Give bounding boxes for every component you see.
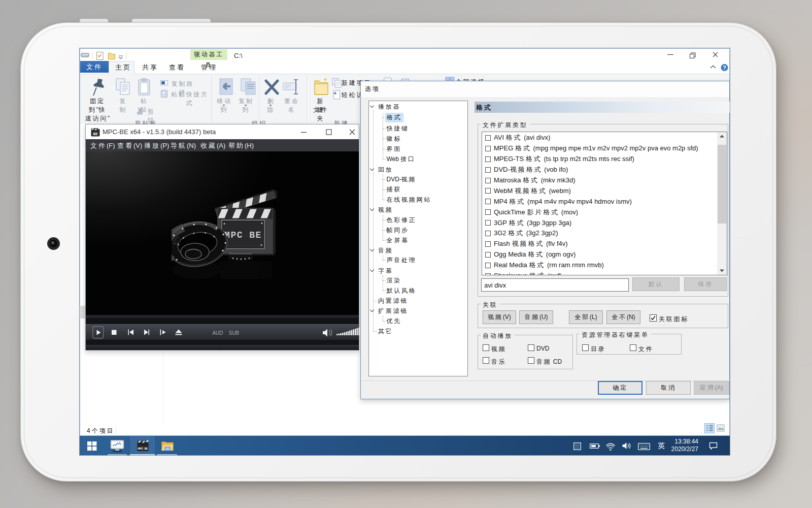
svg-text:BE: BE [93, 132, 98, 136]
svg-text:MPC BE: MPC BE [224, 230, 262, 240]
svg-text:AUD: AUD [212, 330, 223, 336]
svg-text:MPC BE: MPC BE [138, 447, 149, 451]
svg-text:SUB: SUB [229, 330, 240, 336]
svg-text:?: ? [723, 65, 726, 71]
